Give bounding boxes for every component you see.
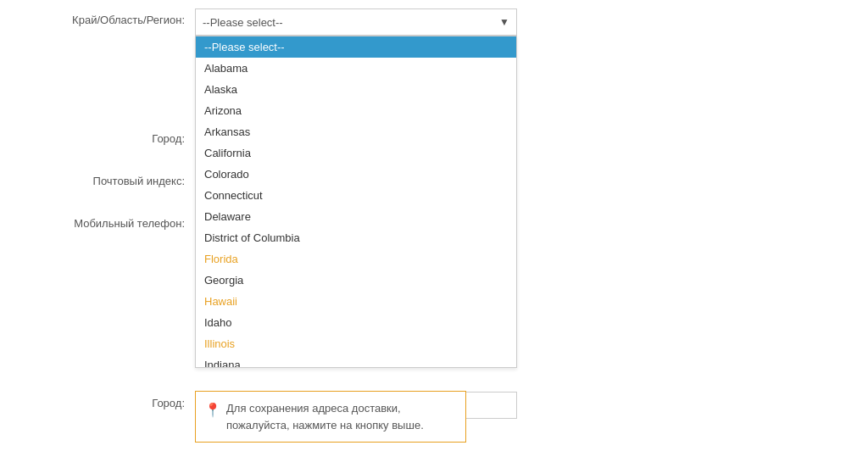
save-label-spacer (34, 254, 195, 259)
city-label-2: Город: (34, 127, 195, 145)
dropdown-item[interactable]: Idaho (196, 312, 516, 333)
tooltip-text-line2: пожалуйста, нажмите на кнопку выше. (226, 419, 424, 432)
select-value: --Please select-- (203, 16, 283, 29)
dropdown-item[interactable]: Colorado (196, 164, 516, 185)
dropdown-item[interactable]: District of Columbia (196, 227, 516, 248)
dropdown-item[interactable]: Alaska (196, 79, 516, 100)
dropdown-arrow-icon: ▼ (499, 16, 509, 28)
city-label: Город: (34, 392, 195, 409)
dropdown-item[interactable]: Delaware (196, 206, 516, 227)
dropdown-item[interactable]: Alabama (196, 58, 516, 79)
tooltip-text-line1: Для сохранения адреса доставки, (226, 402, 401, 415)
phone-label: Мобильный телефон: (34, 212, 195, 230)
dropdown-item[interactable]: Hawaii (196, 291, 516, 312)
dropdown-item[interactable]: Illinois (196, 333, 516, 354)
region-control: --Please select-- ▼ --Please select--Ala… (195, 8, 627, 36)
dropdown-item[interactable]: California (196, 142, 516, 164)
region-select[interactable]: --Please select-- ▼ (195, 8, 517, 36)
dropdown-item[interactable]: Georgia (196, 270, 516, 291)
region-row: Край/Область/Регион: --Please select-- ▼… (34, 8, 627, 36)
dropdown-item[interactable]: --Please select-- (196, 36, 516, 58)
tooltip-box: 📍 Для сохранения адреса доставки, пожалу… (195, 391, 466, 443)
region-label: Край/Область/Регион: (34, 8, 195, 26)
dropdown-list[interactable]: --Please select--AlabamaAlaskaArizonaArk… (196, 36, 516, 367)
location-icon: 📍 (204, 400, 221, 420)
postal-label: Почтовый индекс: (34, 170, 195, 187)
dropdown-item[interactable]: Arkansas (196, 121, 516, 142)
dropdown-item[interactable]: Indiana (196, 354, 516, 367)
dropdown-item[interactable]: Arizona (196, 100, 516, 121)
dropdown-item[interactable]: Florida (196, 248, 516, 270)
dropdown-item[interactable]: Connecticut (196, 185, 516, 206)
region-dropdown: --Please select--AlabamaAlaskaArizonaArk… (195, 36, 517, 368)
